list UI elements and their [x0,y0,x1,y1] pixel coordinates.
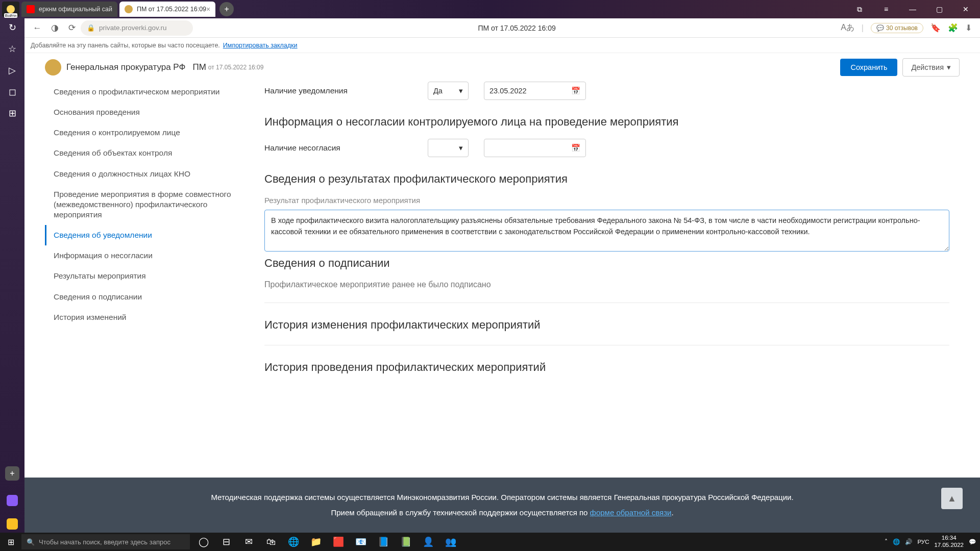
tray-chevron-icon[interactable]: ˄ [885,538,888,545]
browser-tab[interactable]: еркнм официальный сай [21,2,117,17]
result-textarea[interactable] [264,210,949,252]
import-bookmarks-link[interactable]: Импортировать закладки [223,42,298,49]
app2-icon[interactable]: 👤 [418,533,439,551]
download-icon[interactable]: ⬇ [965,23,972,33]
reload-button[interactable]: ⟳ [63,19,81,37]
time-text: 16:34 [934,535,964,542]
sidebar-item[interactable]: Сведения о профилактическом мероприятии [45,82,249,102]
lock-icon: 🔒 [87,24,95,32]
new-tab-button[interactable]: + [219,2,234,16]
sidebar-item[interactable]: История изменений [45,307,249,328]
menu-icon[interactable]: ≡ [878,5,894,14]
org-name: Генеральная прокуратура РФ [66,62,185,72]
bookmark-icon[interactable]: 🔖 [930,23,941,33]
sidebar-nav: Сведения о профилактическом мероприятии … [45,82,249,394]
chevron-down-icon: ▾ [459,87,463,95]
divider [264,303,949,303]
notifications-icon[interactable]: 💬 [969,538,976,545]
sidebar-item[interactable]: Проведение мероприятия в форме совместно… [45,184,249,225]
yandex-button[interactable]: ◑ [46,19,63,37]
close-tab-icon[interactable]: × [206,5,210,13]
outlook-icon[interactable]: 📧 [350,533,372,551]
history-icon[interactable]: ↻ [6,21,18,34]
url-text: private.proverki.gov.ru [99,24,167,32]
sidebar-item[interactable]: Сведения о должностных лицах КНО [45,164,249,184]
profile-icon [7,5,15,13]
play-icon[interactable]: ▷ [6,64,18,77]
sidebar-item[interactable]: Сведения о контролируемом лице [45,122,249,143]
add-side-button[interactable]: + [5,466,19,481]
network-icon[interactable]: 🌐 [893,538,900,545]
taskbar-search[interactable]: 🔍 Чтобы начать поиск, введите здесь запр… [21,534,190,549]
pip-icon[interactable]: ⧉ [851,5,868,14]
teams-icon[interactable]: 👥 [440,533,461,551]
disagreement-date[interactable]: 📅 [484,139,586,157]
scroll-top-button[interactable]: ▲ [941,488,963,509]
actions-label: Действия [911,63,944,71]
page-content: Генеральная прокуратура РФ ПМ от 17.05.2… [24,53,980,533]
edge-icon[interactable]: 🌐 [283,533,304,551]
start-button[interactable]: ⊞ [0,537,21,547]
notification-date[interactable]: 23.05.2022 📅 [484,82,586,100]
translate-icon[interactable]: Aあ [841,22,854,33]
comment-icon: 💬 [876,24,884,32]
sidebar-item[interactable]: Информация о несогласии [45,245,249,266]
sidebar-item[interactable]: Сведения об объектах контроля [45,143,249,163]
browser-tab-active[interactable]: ПМ от 17.05.2022 16:09 × [119,2,215,17]
page-footer: Методическая поддержка системы осуществл… [24,478,980,533]
notification-select[interactable]: Да ▾ [428,82,469,100]
side-app-2[interactable] [7,518,18,530]
excel-icon[interactable]: 📗 [395,533,416,551]
calendar-icon: 📅 [571,144,580,153]
word-icon[interactable]: 📘 [373,533,394,551]
bookmarks-hint: Добавляйте на эту панель сайты, которые … [31,42,220,49]
taskview-icon[interactable]: ⊟ [215,533,237,551]
feedback-link[interactable]: форме обратной связи [590,508,672,517]
grid-icon[interactable]: ⊞ [6,107,18,119]
notification-label: Наличие уведомления [264,86,428,95]
lang-indicator[interactable]: РУС [917,539,929,545]
disagreement-label: Наличие несогласия [264,143,428,153]
footer-line2-post: . [671,508,673,517]
bookmarks-bar: Добавляйте на эту панель сайты, которые … [24,38,980,53]
sidebar-item[interactable]: Результаты мероприятия [45,266,249,286]
section-heading: Сведения о результатах профилактического… [264,172,949,186]
chevron-down-icon: ▾ [947,63,951,71]
minimize-icon[interactable]: — [904,5,921,14]
sidebar-item-active[interactable]: Сведения об уведомлении [45,225,249,245]
maximize-icon[interactable]: ▢ [931,5,947,14]
chat-icon[interactable]: ◻ [6,86,18,98]
cortana-icon[interactable]: ◯ [193,533,214,551]
chevron-down-icon: ▾ [459,144,463,152]
tab-label: еркнм официальный сай [39,6,112,13]
system-tray: ˄ 🌐 🔊 РУС 16:34 17.05.2022 💬 [885,535,980,549]
mail-icon[interactable]: ✉ [238,533,259,551]
url-bar: ← ◑ ⟳ 🔒 private.proverki.gov.ru ПМ от 17… [24,18,980,38]
section-heading: История изменения профилактических мероп… [264,318,949,332]
section-heading: Информация о несогласии контролируемого … [264,115,949,129]
store-icon[interactable]: 🛍 [260,533,282,551]
save-button[interactable]: Сохранить [840,59,897,76]
disagreement-select[interactable]: ▾ [428,139,469,157]
app-icon[interactable]: 🟥 [328,533,349,551]
close-window-icon[interactable]: ✕ [958,5,974,14]
clock[interactable]: 16:34 17.05.2022 [934,535,964,549]
sidebar-item[interactable]: Сведения о подписании [45,287,249,307]
pm-title: ПМ [192,62,206,72]
favorites-icon[interactable]: ☆ [6,43,18,55]
back-button[interactable]: ← [29,19,46,37]
emblem-icon [45,59,61,76]
sidebar-item[interactable]: Основания проведения [45,102,249,122]
profile-button[interactable]: Войти [2,2,19,17]
extensions-icon[interactable]: 🧩 [948,23,958,33]
reviews-text: 30 отзывов [886,24,918,32]
actions-button[interactable]: Действия ▾ [902,58,960,77]
reviews-chip[interactable]: 💬 30 отзывов [871,23,923,33]
volume-icon[interactable]: 🔊 [905,538,912,545]
pm-date: от 17.05.2022 16:09 [208,64,264,71]
calendar-icon: 📅 [571,87,580,95]
profile-label: Войти [4,13,17,18]
address-field[interactable]: 🔒 private.proverki.gov.ru [81,20,193,36]
explorer-icon[interactable]: 📁 [305,533,327,551]
side-app-1[interactable] [7,495,18,506]
